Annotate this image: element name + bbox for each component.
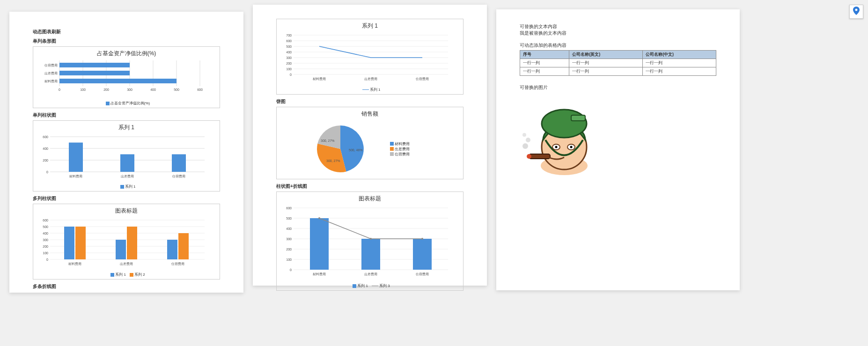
svg-rect-87 (361, 239, 380, 270)
svg-text:600: 600 (43, 135, 48, 139)
svg-text:500, 46%: 500, 46% (349, 148, 363, 152)
svg-text:600: 600 (286, 39, 292, 43)
svg-text:700: 700 (286, 34, 292, 37)
svg-text:300, 27%: 300, 27% (326, 159, 340, 162)
svg-text:100: 100 (43, 251, 48, 255)
svg-rect-86 (310, 218, 329, 270)
line1-svg: 0 100 200 300 400 500 600 700 材料费用 出差费用 … (280, 33, 457, 84)
svg-text:材料费用: 材料费用 (312, 77, 326, 81)
pie-heading: 饼图 (276, 98, 463, 105)
svg-point-89 (318, 217, 320, 219)
svg-rect-8 (59, 71, 130, 75)
svg-rect-44 (127, 227, 137, 259)
svg-text:出差费用: 出差费用 (44, 72, 58, 75)
svg-text:住宿费用: 住宿费用 (415, 272, 429, 276)
pie-svg: 500, 46% 300, 27% 300, 27% (280, 121, 387, 177)
dynamic-table: 序号 公司名称(英文) 公司名称(中文) 一行一列 一行一列 一行一列 一行一列… (520, 50, 716, 76)
hbar-svg: 住宿费用 出差费用 材料费用 0 100 200 300 400 500 600 (36, 60, 214, 98)
svg-text:600: 600 (197, 88, 203, 91)
svg-point-113 (526, 138, 530, 142)
svg-text:500: 500 (43, 225, 48, 228)
pie-legend: 材料费用 出差费用 住宿费用 (387, 141, 410, 157)
svg-text:200: 200 (43, 245, 48, 248)
svg-rect-24 (69, 143, 83, 172)
svg-text:200: 200 (286, 248, 292, 251)
chart-pie: 销售额 500, 46% 300, 27% 300, 27% 材料费用 出差费用… (276, 107, 463, 179)
page-1: 动态图表刷新 单列条形图 占基金资产净值比例(%) 住宿费用 出差费用 (9, 12, 243, 293)
svg-text:材料费用: 材料费用 (44, 80, 58, 83)
svg-text:300: 300 (286, 237, 292, 241)
svg-text:住宿费用: 住宿费用 (415, 77, 429, 81)
svg-text:400: 400 (286, 51, 292, 54)
svg-text:材料费用: 材料费用 (68, 262, 81, 265)
svg-text:出差费用: 出差费用 (364, 77, 377, 81)
chart-hbar: 占基金资产净值比例(%) 住宿费用 出差费用 材料费用 (33, 46, 220, 108)
multi-line-heading: 多条折线图 (33, 283, 220, 290)
th-1: 公司名称(英文) (569, 51, 643, 59)
svg-rect-25 (120, 155, 134, 172)
svg-rect-45 (167, 240, 177, 259)
svg-text:400: 400 (286, 227, 292, 230)
chart-title: 占基金资产净值比例(%) (36, 50, 217, 58)
chart-line1: 系列 1 0 100 200 300 400 500 600 700 材 (276, 19, 463, 95)
svg-text:300: 300 (127, 88, 132, 91)
svg-rect-26 (172, 155, 186, 172)
svg-text:100: 100 (286, 258, 292, 261)
svg-text:200: 200 (103, 88, 109, 91)
svg-point-90 (370, 238, 372, 240)
vbar1-svg: 0 200 400 600 材料费用 出差费用 住宿费用 (36, 134, 214, 181)
svg-text:出差费用: 出差费用 (121, 175, 134, 178)
svg-text:住宿费用: 住宿费用 (172, 175, 185, 178)
vbar-heading: 单列柱状图 (33, 112, 220, 118)
svg-rect-42 (75, 227, 86, 259)
table-section-heading: 可动态添加的表格内容 (520, 42, 716, 49)
svg-point-91 (421, 238, 423, 240)
svg-text:500: 500 (286, 45, 292, 48)
th-2: 公司名称(中文) (643, 51, 716, 59)
table-row: 一行一列 一行一列 一行一列 (520, 59, 716, 67)
svg-rect-105 (571, 115, 585, 121)
svg-text:600: 600 (286, 206, 292, 210)
svg-text:300: 300 (286, 56, 292, 59)
svg-text:100: 100 (286, 67, 292, 71)
svg-text:500: 500 (174, 88, 179, 91)
svg-point-112 (522, 143, 528, 149)
svg-text:100: 100 (80, 88, 86, 91)
svg-text:400: 400 (43, 147, 48, 150)
svg-text:材料费用: 材料费用 (69, 175, 82, 178)
svg-point-104 (542, 110, 587, 138)
svg-point-109 (570, 146, 573, 148)
svg-text:0: 0 (46, 258, 48, 261)
chart-title: 系列 1 (36, 124, 217, 132)
page-3: 可替换的文本内容 我是被替换的文本内容 可动态添加的表格内容 序号 公司名称(英… (496, 9, 740, 290)
svg-text:0: 0 (59, 88, 60, 91)
svg-text:400: 400 (43, 232, 48, 235)
hbar-legend: 占基金资产净值比例(%) (36, 101, 217, 106)
main-heading: 动态图表刷新 (33, 29, 220, 35)
svg-text:0: 0 (290, 73, 292, 76)
svg-text:出差费用: 出差费用 (120, 262, 133, 265)
svg-rect-43 (116, 240, 126, 259)
svg-rect-110 (529, 154, 550, 159)
svg-rect-9 (59, 79, 177, 83)
svg-point-114 (522, 133, 526, 137)
svg-text:0: 0 (46, 170, 48, 174)
vbar-multi-svg: 0 100 200 300 400 500 600 材料费用 出差费用 住宿费用 (36, 218, 214, 269)
table-row: 一行一列 一行一列 一行一列 (520, 67, 716, 76)
replaceable-image (520, 96, 599, 176)
combo-svg: 0 100 200 300 400 500 600 材料费用 出差费用 住宿费用 (280, 206, 457, 280)
svg-text:200: 200 (43, 159, 48, 162)
svg-text:住宿费用: 住宿费用 (171, 262, 184, 265)
chart-vbar-multi: 图表标题 0 100 200 300 400 (33, 204, 220, 280)
svg-rect-41 (64, 227, 74, 259)
location-pin-button[interactable] (849, 5, 863, 19)
image-section-heading: 可替换的图片 (520, 84, 716, 91)
svg-text:200: 200 (286, 62, 292, 65)
svg-rect-46 (178, 233, 189, 259)
chart-combo: 图表标题 0 100 200 300 400 5 (276, 191, 463, 291)
svg-text:300: 300 (43, 238, 48, 242)
svg-point-111 (527, 154, 531, 159)
th-0: 序号 (520, 51, 569, 59)
hbar-heading: 单列条形图 (33, 38, 220, 44)
svg-text:400: 400 (150, 88, 156, 91)
